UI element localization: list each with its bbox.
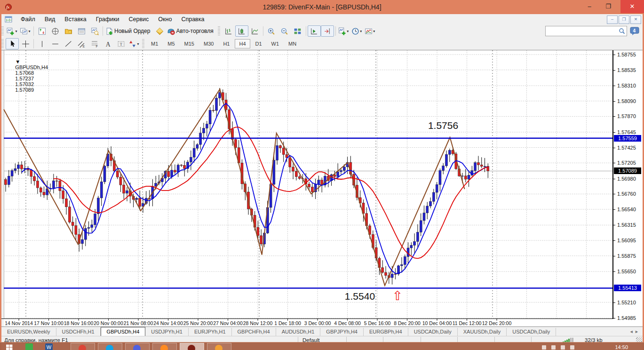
taskbar-app-metatrader[interactable]	[180, 343, 204, 350]
clock[interactable]: 14:50	[615, 344, 628, 350]
cursor-button[interactable]	[6, 38, 19, 49]
text-label-button[interactable]: T	[114, 38, 127, 49]
toolbar-grip[interactable]	[1, 26, 4, 36]
chart-tab-usdchfh-h1[interactable]: USDCHFh,H1	[56, 328, 101, 336]
menu-insert[interactable]: Вставка	[60, 15, 91, 24]
annotation-text-1[interactable]: 1.5756	[428, 120, 458, 131]
autotrading-button[interactable]: Авто-торговля	[166, 25, 216, 37]
tray-icon-2[interactable]	[551, 345, 556, 350]
chart-shift-button[interactable]	[321, 25, 334, 37]
menu-tools[interactable]: Сервис	[124, 15, 154, 24]
windows-taskbar[interactable]: W 14:50	[0, 342, 644, 350]
price-chart[interactable]: 1.57561.5540⇧14 Nov 201417 Nov 10:0018 N…	[0, 50, 613, 327]
search-icon[interactable]	[618, 27, 626, 35]
minimize-button[interactable]: –	[579, 0, 600, 13]
zoom-in-button[interactable]	[265, 25, 278, 37]
start-button-icon[interactable]	[6, 343, 13, 350]
market-watch-button[interactable]	[35, 25, 48, 37]
community-chat-button[interactable]: 4	[629, 26, 641, 36]
zoom-out-button[interactable]	[278, 25, 291, 37]
chart-tab-gbpchfh-h4[interactable]: GBPCHFh,H4	[232, 328, 276, 336]
timeframe-m30-button[interactable]: M30	[199, 39, 218, 48]
candlestick-chart-button[interactable]	[235, 25, 248, 37]
text-button[interactable]: A	[101, 38, 114, 49]
menu-help[interactable]: Справка	[176, 15, 209, 24]
menu-view[interactable]: Вид	[40, 15, 60, 24]
timeframe-m5-button[interactable]: M5	[163, 39, 179, 48]
data-window-button[interactable]	[48, 25, 62, 37]
child-close-button[interactable]: ✕	[630, 16, 641, 24]
taskbar-app-chrome[interactable]	[71, 343, 95, 350]
timeframe-h4-button[interactable]: H4	[235, 39, 250, 48]
timeframe-h1-button[interactable]: H1	[219, 39, 234, 48]
taskbar-app-firefox[interactable]	[152, 343, 177, 350]
maximize-button[interactable]: ❐	[600, 0, 617, 13]
date-axis[interactable]: 14 Nov 201417 Nov 10:0018 Nov 16:0020 No…	[5, 319, 511, 326]
price-axis[interactable]: 1.587551.585351.583101.580901.578701.576…	[613, 50, 643, 319]
tile-windows-button[interactable]	[291, 25, 304, 37]
timeframe-w1-button[interactable]: W1	[267, 39, 284, 48]
menu-window[interactable]: Окно	[153, 15, 176, 24]
chart-tab-eurgbph-h4[interactable]: EURGBPh,H4	[364, 328, 408, 336]
timeframe-mn-button[interactable]: MN	[284, 39, 301, 48]
metaeditor-button[interactable]	[153, 25, 166, 37]
navigator-button[interactable]	[62, 25, 75, 37]
channel-button[interactable]: E	[75, 38, 88, 49]
title-bar[interactable]: fx 129859: DivenFX-Main - [GBPUSDh,H4] –…	[0, 0, 644, 14]
search-input[interactable]	[547, 27, 617, 35]
auto-scroll-button[interactable]	[308, 25, 321, 37]
child-restore-button[interactable]: ❐	[619, 16, 629, 24]
tray-icon-4[interactable]	[570, 345, 574, 350]
dropdown-arrow-icon: ▾	[347, 29, 349, 33]
vline-button[interactable]	[35, 38, 48, 49]
up-arrow-icon[interactable]: ⇧	[392, 289, 403, 303]
chart-tab-usdcadh-daily[interactable]: USDCADh,Daily	[507, 328, 556, 336]
chart-profiles-button[interactable]: ▾	[19, 25, 32, 37]
toolbar-grip[interactable]	[1, 39, 4, 48]
chart-window-icon[interactable]	[5, 16, 12, 23]
new-chart-button[interactable]: ▾	[6, 25, 19, 37]
taskbar-app-browser-orange[interactable]	[207, 343, 231, 350]
tray-icon-3[interactable]	[561, 345, 565, 350]
word-icon[interactable]: W	[45, 343, 53, 350]
chart-tab-gbpusdh-h4[interactable]: GBPUSDh,H4	[101, 327, 146, 336]
fibonacci-button[interactable]: F	[88, 38, 101, 49]
toolbar-grip[interactable]	[142, 39, 144, 48]
chart-tab-eurusdh-weekly[interactable]: EURUSDh,Weekly	[1, 328, 56, 336]
collapse-marker-icon[interactable]: ▼	[15, 59, 20, 64]
trendline-button[interactable]	[62, 38, 75, 49]
strategy-tester-button[interactable]	[88, 25, 101, 37]
search-box[interactable]	[545, 26, 627, 36]
annotation-text-2[interactable]: 1.5540	[345, 291, 375, 302]
chart-tab-usdjpyh-h1[interactable]: USDJPYh,H1	[145, 328, 189, 336]
line-chart-button[interactable]	[248, 25, 262, 37]
hline-button[interactable]	[48, 38, 62, 49]
tray-icon-1[interactable]	[542, 345, 546, 350]
menu-charts[interactable]: Графики	[91, 15, 124, 24]
child-minimize-button[interactable]: –	[607, 16, 618, 24]
store-icon[interactable]	[25, 343, 33, 350]
close-button[interactable]: ✕	[620, 0, 644, 13]
crosshair-button[interactable]	[19, 38, 32, 49]
chart-tab-audusdh-h1[interactable]: AUDUSDh,H1	[276, 328, 321, 336]
bar-chart-button[interactable]	[222, 25, 235, 37]
indicators-button[interactable]: ▾	[337, 25, 350, 37]
chart-tab-usdcadh-daily[interactable]: USDCADh,Daily	[408, 328, 458, 336]
chart-tab-eurjpyh-h1[interactable]: EURJPYh,H1	[189, 328, 232, 336]
ma-fast-line[interactable]	[22, 103, 488, 273]
taskbar-app-skype[interactable]	[98, 343, 122, 350]
menu-file[interactable]: Файл	[16, 15, 40, 24]
tab-scroll-arrows[interactable]: ◄ ►	[629, 329, 639, 334]
timeframe-d1-button[interactable]: D1	[251, 39, 266, 48]
chart-tab-xauusdh-daily[interactable]: XAUUSDh,Daily	[458, 328, 507, 336]
terminal-button[interactable]	[75, 25, 88, 37]
timeframe-m1-button[interactable]: M1	[147, 39, 162, 48]
arrows-tool-button[interactable]: ▾	[127, 38, 141, 49]
new-order-button[interactable]: Новый Ордер	[104, 25, 153, 37]
templates-button[interactable]: ▾	[364, 25, 377, 37]
timeframe-m15-button[interactable]: M15	[180, 39, 199, 48]
toolbar-grip[interactable]	[218, 26, 220, 36]
taskbar-app-photos[interactable]	[125, 343, 150, 350]
periods-button[interactable]: ▾	[350, 25, 364, 37]
chart-tab-gbpjpyh-h4[interactable]: GBPJPYh,H4	[320, 328, 364, 336]
